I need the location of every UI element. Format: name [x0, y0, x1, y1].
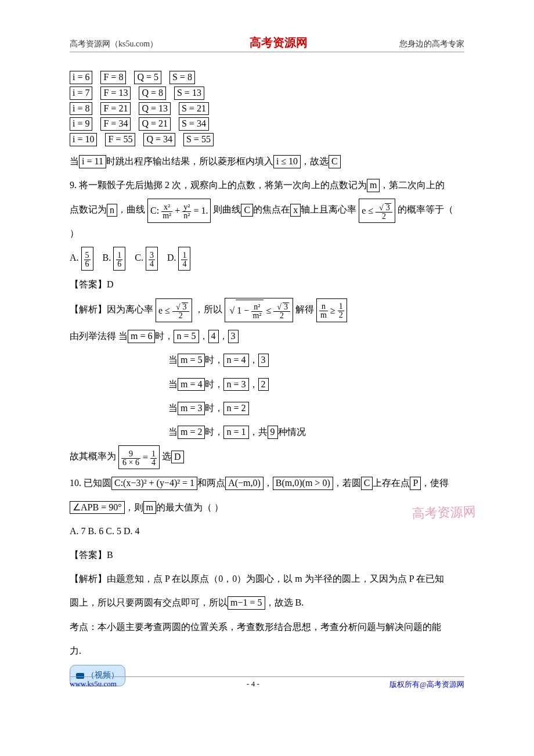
den: 6 [116, 260, 122, 268]
enum-line-4: 当m = 3时，n = 2 [70, 398, 464, 418]
cell-q: Q = 13 [139, 102, 171, 116]
num: 1 [150, 450, 157, 459]
q10-answer: 【答案】B [70, 545, 464, 565]
text: 当 [70, 156, 79, 166]
m-val: m = 4 [178, 378, 205, 391]
text: 圆上，所以只要两圆有交点即可，所以 [70, 597, 228, 607]
text: 1 − [237, 305, 249, 315]
opt-c-label: C. [135, 253, 143, 262]
footer-url[interactable]: www.ks5u.com [70, 679, 117, 690]
text: ，共 [249, 427, 268, 437]
den: m² [251, 312, 262, 320]
var-C: C [241, 204, 253, 217]
den: 4 [149, 260, 155, 268]
cell-f: F = 34 [100, 117, 131, 131]
prob-frac: 96 × 6 = 14 [118, 445, 160, 469]
cell-i: i = 8 [70, 102, 92, 116]
page-footer: www.ks5u.com - 4 - 版权所有@高考资源网 [70, 676, 464, 690]
content: i = 6 F = 8 Q = 5 S = 8 i = 7 F = 13 Q =… [70, 52, 464, 686]
text: 时， [205, 379, 223, 389]
n-val: n = 1 [223, 426, 248, 439]
point-b: B(m,0)(m > 0) [273, 477, 333, 490]
cell-f: F = 55 [105, 133, 135, 146]
var-n: n [107, 204, 117, 217]
answer-c: C [329, 155, 341, 168]
cell-i: i = 7 [70, 87, 92, 100]
page-header: 高考资源网（ks5u.com） 高考资源网 您身边的高考专家 [70, 35, 464, 52]
n-val: n = 2 [223, 402, 248, 415]
text: C: [150, 206, 159, 215]
cell-s: S = 34 [179, 117, 209, 131]
circle-c: C [361, 477, 373, 490]
cond-ile10: i ≤ 10 [273, 155, 301, 168]
den: m [319, 311, 328, 319]
num: 1 [181, 251, 187, 260]
text: 的焦点在 [253, 205, 290, 215]
opt-a-label: A. [70, 253, 79, 262]
enum-line-1: 由列举法得 当m = 6时，n = 5，4，3 [70, 326, 464, 346]
text: 轴上且离心率 [301, 205, 356, 215]
text: 则曲线 [213, 205, 241, 215]
text: 时， [155, 331, 174, 341]
cell-q: Q = 34 [143, 133, 175, 146]
q10-expl-2: 圆上，所以只要两圆有交点即可，所以m−1 = 5，故选 B. [70, 592, 464, 613]
enum-line-5: 当m = 2时，n = 1，共9种情况 [70, 422, 464, 442]
den: 2 [273, 312, 290, 320]
text: 由列举法得 当 [70, 331, 128, 341]
ecc-cond: e ≤ 32 [359, 199, 395, 222]
header-center: 高考资源网 [250, 35, 308, 51]
text: 时跳出程序输出结果，所以菱形框内填入 [106, 156, 273, 166]
q9-options: A. 56 B. 16 C. 34 D. 14 [70, 247, 464, 271]
den: 4 [181, 260, 187, 268]
text: ， [264, 478, 273, 488]
num: x² [161, 203, 172, 212]
table-row: i = 9 F = 34 Q = 21 S = 34 [70, 116, 464, 132]
circle-eq: C:(x−3)² + (y−4)² = 1 [111, 477, 197, 490]
answer-d: D [171, 451, 184, 464]
m-val: m = 6 [128, 330, 155, 343]
den: 6 [84, 260, 91, 268]
enum-line-3: 当m = 4时，n = 3，2 [70, 374, 464, 394]
q9-prob: 故其概率为 96 × 6 = 14 选D [70, 445, 464, 469]
n-val: n = 5 [174, 330, 199, 343]
num: y² [182, 203, 191, 212]
q9-stem-2: 点数记为n，曲线 C: x²m² + y²n² = 1. 则曲线C的焦点在x轴上… [70, 199, 464, 243]
ecc-cond-2: e ≤ 32 [156, 298, 192, 322]
opt-d-label: D. [167, 253, 176, 262]
text: 故其概率为 [70, 452, 116, 462]
curve-eq: C: x²m² + y²n² = 1. [147, 199, 211, 222]
text: 时， [205, 355, 223, 365]
var-x: x [290, 204, 301, 217]
table-row: i = 7 F = 13 Q = 8 S = 13 [70, 85, 464, 101]
table-row: i = 6 F = 8 Q = 5 S = 8 [70, 70, 464, 85]
num: n² [251, 303, 262, 312]
num: 1 [116, 251, 122, 260]
cell-i: i = 9 [70, 117, 92, 131]
text: 当 [168, 355, 178, 365]
n-val: n = 3 [223, 378, 248, 391]
num: 5 [84, 251, 91, 260]
text: 解得 [295, 304, 314, 314]
point-a: A(−m,0) [225, 477, 264, 490]
cell-q: Q = 5 [134, 71, 161, 84]
text: 和两点 [197, 478, 225, 488]
sqrt3: 3 [182, 303, 188, 311]
q9-explain-1: 【解析】因为离心率 e ≤ 32 ，所以 1 − n²m² ≤ 32 解得 nm… [70, 298, 464, 322]
text: 10. 已知圆 [70, 478, 111, 488]
cond-m: m−1 = 5 [228, 596, 265, 610]
den: n² [182, 212, 191, 220]
den: m² [161, 212, 172, 220]
table-row: i = 8 F = 21 Q = 13 S = 21 [70, 101, 464, 117]
count-9: 9 [268, 426, 278, 439]
text: 点数记为 [70, 205, 107, 215]
text: ，使得 [421, 478, 449, 488]
point-p: P [410, 477, 421, 490]
num: 1 [338, 303, 344, 311]
sqrt3: 3 [385, 203, 391, 212]
footer-page: - 4 - [247, 679, 259, 690]
cell-f: F = 8 [100, 71, 126, 84]
text: ，则 [125, 502, 143, 512]
q10-expl-1: 【解析】由题意知，点 P 在以原点（0，0）为圆心，以 m 为半径的圆上，又因为… [70, 568, 464, 589]
text: e ≤ [362, 206, 373, 215]
q9-answer: 【答案】D [70, 274, 464, 294]
